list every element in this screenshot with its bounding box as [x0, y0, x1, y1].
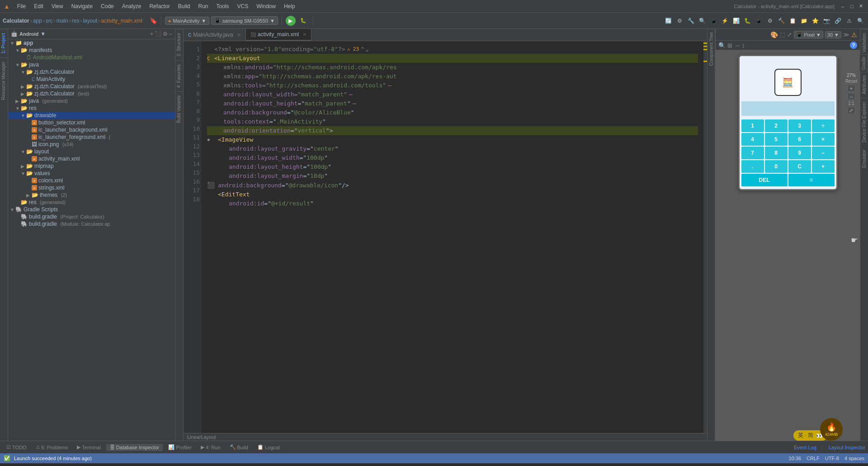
- tree-item-res[interactable]: ▼ 📂 res: [8, 105, 175, 112]
- run-config-selector[interactable]: ● MainActivity ▼: [165, 17, 209, 25]
- tree-item-colors[interactable]: x colors.xml: [8, 177, 175, 184]
- menu-code[interactable]: Code: [97, 2, 118, 10]
- bottom-tab-database-inspector[interactable]: 🗄 Database Inspector: [106, 444, 163, 451]
- memory-indicator[interactable]: 🔥 424MB: [820, 418, 843, 441]
- project-dropdown[interactable]: ▼: [40, 31, 46, 37]
- preview-vertical-icon[interactable]: ↕: [742, 42, 745, 49]
- device-selector[interactable]: 📱 samsung SM-G9550 ▼: [211, 16, 278, 25]
- tree-item-icon-png[interactable]: 🖼 icon.png (v24): [8, 141, 175, 148]
- hide-panel-icon[interactable]: –: [169, 31, 172, 37]
- sync-button[interactable]: 🔄: [663, 16, 673, 26]
- calc-btn-9[interactable]: 9: [788, 147, 811, 159]
- tree-item-res-generated[interactable]: 📂 res (generated): [8, 199, 175, 206]
- device-file-explorer-tab[interactable]: Device File Explorer: [861, 98, 868, 146]
- status-line-ending[interactable]: CRLF: [807, 456, 820, 461]
- tab-activity-main[interactable]: ⬛ activity_main.xml ✕: [246, 29, 311, 41]
- tree-item-layout[interactable]: ▼ 📂 layout: [8, 148, 175, 155]
- tree-item-androidtest[interactable]: ▶ 📂 zj.dzh.Calculator (androidTest): [8, 83, 175, 90]
- tree-item-build-gradle-module[interactable]: 🐘 build.gradle (Module: Calculator.ap: [8, 220, 175, 228]
- tree-item-ic-launcher-bg[interactable]: x ic_launcher_background.xml: [8, 126, 175, 133]
- calc-btn-1[interactable]: 1: [741, 119, 764, 132]
- component-tree-tab[interactable]: Component Tree: [708, 29, 715, 69]
- toolbar-icon-4[interactable]: ⚡: [720, 16, 730, 26]
- toolbar-icon-5[interactable]: 📊: [731, 16, 741, 26]
- preview-horizontal-icon[interactable]: ↔: [734, 42, 740, 49]
- search-toolbar-button[interactable]: 🔍: [855, 16, 865, 26]
- breadcrumb-src[interactable]: src: [46, 18, 53, 24]
- toolbar-icon-10[interactable]: 📋: [788, 16, 797, 26]
- debug-button[interactable]: 🐛: [297, 17, 309, 24]
- toolbar-icon-13[interactable]: 📷: [821, 16, 831, 26]
- menu-file[interactable]: File: [14, 2, 29, 10]
- project-panel-tab[interactable]: 1: Project: [0, 29, 8, 57]
- close-button[interactable]: ✕: [857, 3, 864, 10]
- gradle-side-tab[interactable]: Gradle: [859, 54, 868, 72]
- breadcrumb-layout[interactable]: layout: [83, 18, 97, 24]
- emulator-tab[interactable]: Emulator: [861, 146, 868, 171]
- help-icon[interactable]: ?: [850, 42, 857, 49]
- collapse-icon[interactable]: ⬛: [155, 31, 161, 37]
- status-encoding[interactable]: UTF-8: [825, 456, 839, 461]
- tree-item-java-generated[interactable]: ▶ 📂 java (generated): [8, 97, 175, 105]
- toolbar-icon-3[interactable]: 📱: [708, 16, 718, 26]
- breadcrumb-calculator[interactable]: Calculator: [3, 18, 29, 24]
- menu-navigate[interactable]: Navigate: [68, 2, 96, 10]
- device-preview-selector[interactable]: 📱 Pixel ▼: [794, 31, 823, 38]
- toolbar-icon-14[interactable]: 🔗: [833, 16, 843, 26]
- zoom-to-fit-icon[interactable]: ⤢: [787, 31, 792, 38]
- toolbar-icon-12[interactable]: ⭐: [810, 16, 820, 26]
- calc-btn-del[interactable]: DEL: [741, 174, 788, 186]
- tree-item-calculator-pkg[interactable]: ▼ 📂 zj.dzh.Calculator: [8, 68, 175, 76]
- toolbar-icon-8[interactable]: ⚙: [765, 16, 775, 26]
- maximize-button[interactable]: □: [848, 3, 855, 10]
- menu-analyze[interactable]: Analyze: [118, 2, 145, 10]
- bottom-tab-logcat[interactable]: 📋 Logcat: [254, 443, 283, 451]
- attributes-tab[interactable]: Attributes: [861, 71, 868, 98]
- code-editor[interactable]: <?xml version="1.0" encoding="utf-8" ?> …: [202, 41, 703, 433]
- calc-btn-add[interactable]: +: [812, 160, 835, 173]
- cursor-tool[interactable]: ☛: [851, 235, 858, 245]
- toolbar-icon-2[interactable]: 🔍: [697, 16, 707, 26]
- breadcrumb-file[interactable]: activity_main.xml: [101, 18, 142, 24]
- calc-btn-0[interactable]: 0: [765, 160, 788, 173]
- calc-btn-5[interactable]: 5: [765, 133, 788, 146]
- palette-icon[interactable]: 🎨: [770, 31, 778, 38]
- more-options-icon[interactable]: ≫: [843, 31, 849, 38]
- tree-item-test[interactable]: ▶ 📂 zj.dzh.Calculator (test): [8, 90, 175, 97]
- menu-window[interactable]: Window: [253, 2, 279, 10]
- tab-mainactivity[interactable]: C MainActivity.java ✕: [184, 29, 246, 40]
- tree-item-drawable[interactable]: ▼ 📂 drawable: [8, 112, 175, 119]
- layout-inspector-link[interactable]: Layout Inspector: [829, 445, 865, 450]
- tree-item-app[interactable]: ▼ 📁 app: [8, 39, 175, 47]
- calc-btn-mul[interactable]: ×: [812, 133, 835, 146]
- tree-item-mipmap[interactable]: ▶ 📂 mipmap: [8, 162, 175, 170]
- calc-btn-8[interactable]: 8: [765, 147, 788, 159]
- menu-run[interactable]: Run: [195, 2, 212, 10]
- tree-item-build-gradle-project[interactable]: 🐘 build.gradle (Project: Calculator): [8, 213, 175, 220]
- tree-item-java[interactable]: ▼ 📂 java: [8, 61, 175, 68]
- calc-btn-sub[interactable]: –: [812, 147, 835, 159]
- scroll-gutter[interactable]: [703, 41, 707, 433]
- toolbar-icon-11[interactable]: 📁: [799, 16, 809, 26]
- menu-edit[interactable]: Edit: [30, 2, 47, 10]
- build-variants-tab[interactable]: Build Variants: [175, 91, 183, 127]
- zoom-out-button[interactable]: –: [847, 93, 855, 100]
- tree-item-ic-launcher-fg[interactable]: x ic_launcher_foreground.xml (: [8, 133, 175, 141]
- bottom-tab-terminal[interactable]: ▶ Terminal: [73, 443, 104, 451]
- zoom-in-button[interactable]: +: [847, 85, 855, 92]
- run-button[interactable]: ▶: [286, 16, 296, 26]
- toolbar-icon-7[interactable]: 📱: [754, 16, 764, 26]
- menu-vcs[interactable]: VCS: [234, 2, 252, 10]
- preview-grid-icon[interactable]: ⊞: [727, 42, 732, 49]
- menu-help[interactable]: Help: [280, 2, 299, 10]
- breadcrumb-app[interactable]: app: [33, 18, 42, 24]
- tree-item-themes[interactable]: ▶ 📂 themes (2): [8, 191, 175, 199]
- tree-item-activity-main[interactable]: x activity_main.xml: [8, 155, 175, 162]
- tree-item-mainactivity[interactable]: C MainActivity: [8, 76, 175, 83]
- menu-refactor[interactable]: Refactor: [146, 2, 173, 10]
- tree-item-manifests[interactable]: ▼ 📂 manifests: [8, 47, 175, 54]
- menu-build[interactable]: Build: [175, 2, 194, 10]
- breadcrumb-main[interactable]: main: [57, 18, 68, 24]
- preview-zoom-in[interactable]: 🔍: [718, 42, 726, 49]
- status-indent[interactable]: 4 spaces: [844, 456, 864, 461]
